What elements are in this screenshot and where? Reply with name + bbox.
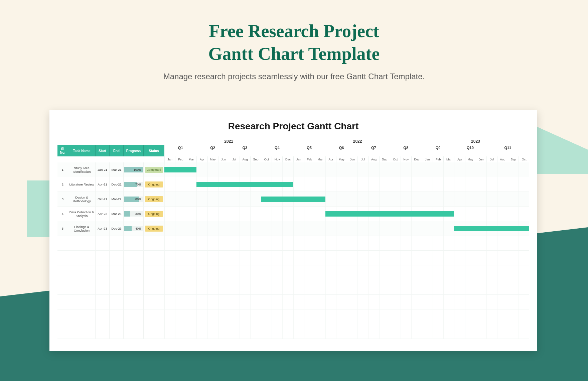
page-title: Free Research Project Gantt Chart Templa… <box>0 20 588 65</box>
month-label: Feb <box>304 156 315 162</box>
month-label: May <box>207 156 218 162</box>
month-label: Aug <box>368 156 379 162</box>
task-name: Literature Review <box>68 177 96 192</box>
task-end: Mar-21 <box>110 162 124 177</box>
column-header-end: End <box>110 145 124 156</box>
task-status: Ongoing <box>144 221 164 236</box>
month-label: Jun <box>476 156 486 162</box>
task-sl: 1 <box>57 162 68 177</box>
month-label: Jan <box>422 156 433 162</box>
quarter-label: Q9 <box>422 145 454 156</box>
timeline-months-row: JanFebMarAprMayJunJulAugSepOctNovDecJanF… <box>57 156 529 162</box>
month-label: May <box>336 156 347 162</box>
quarter-label: Q6 <box>325 145 357 156</box>
month-label: Dec <box>282 156 293 162</box>
task-start: Apr-22 <box>96 207 110 221</box>
task-end: Dec-21 <box>110 177 124 192</box>
month-label: Nov <box>401 156 411 162</box>
quarter-label: Q8 <box>390 145 422 156</box>
task-start: Oct-21 <box>96 192 110 206</box>
quarter-label: Q4 <box>261 145 293 156</box>
gantt-empty-row <box>57 236 529 251</box>
gantt-empty-row <box>57 324 529 339</box>
gantt-chart-card: Research Project Gantt Chart 2021 2022 2… <box>49 110 537 351</box>
month-label: Dec <box>411 156 422 162</box>
task-progress: 30% <box>124 207 144 221</box>
gantt-task-row: 1Study Area IdentificationJan-21Mar-2110… <box>57 162 529 177</box>
month-label: Mar <box>315 156 325 162</box>
gantt-task-row: 3Design & MethodologyOct-21Mar-2280%Ongo… <box>57 192 529 207</box>
month-label: Jan <box>164 156 175 162</box>
task-name: Data Collection & Analysis <box>68 207 96 221</box>
column-header-task: Task Name <box>68 145 96 156</box>
gantt-task-row: 5Findings & ConclusionApr-23Dec-2340%Ong… <box>57 221 529 236</box>
task-status: Ongoing <box>144 192 164 206</box>
quarter-label: Q10 <box>454 145 486 156</box>
year-label: 2021 <box>164 138 293 145</box>
task-end: Mar-23 <box>110 207 124 221</box>
task-sl: 2 <box>57 177 68 192</box>
timeline-years-row: 2021 2022 2023 <box>57 138 529 145</box>
task-status: Ongoing <box>144 177 164 192</box>
year-label: 2022 <box>293 138 422 145</box>
month-label: Oct <box>519 156 529 162</box>
month-label: May <box>465 156 476 162</box>
month-label: Nov <box>272 156 282 162</box>
chart-title: Research Project Gantt Chart <box>57 121 529 132</box>
gantt-task-row: 4Data Collection & AnalysisApr-22Mar-233… <box>57 207 529 221</box>
task-end: Mar-22 <box>110 192 124 206</box>
task-status: Completed <box>144 162 164 177</box>
month-label: Jun <box>218 156 229 162</box>
column-header-start: Start <box>96 145 110 156</box>
month-label: Aug <box>497 156 508 162</box>
month-label: Feb <box>175 156 186 162</box>
task-sl: 5 <box>57 221 68 236</box>
gantt-bar <box>325 211 454 217</box>
gantt-empty-row <box>57 280 529 295</box>
column-header-status: Status <box>144 145 164 156</box>
gantt-empty-row <box>57 265 529 280</box>
task-progress: 80% <box>124 192 144 206</box>
month-label: Oct <box>390 156 401 162</box>
quarter-label: Q1 <box>164 145 196 156</box>
year-label: 2023 <box>422 138 529 145</box>
task-progress: 40% <box>124 221 144 236</box>
month-label: Sep <box>508 156 519 162</box>
month-label: Sep <box>379 156 390 162</box>
month-label: Apr <box>454 156 465 162</box>
gantt-bar <box>196 182 293 187</box>
task-progress: 100% <box>124 162 144 177</box>
task-name: Findings & Conclusion <box>68 221 96 236</box>
gantt-chart: 2021 2022 2023 Sl No. Task Name Start En… <box>57 138 529 339</box>
page-title-line2: Gantt Chart Template <box>208 44 380 64</box>
gantt-empty-row <box>57 309 529 324</box>
gantt-empty-row <box>57 295 529 309</box>
month-label: Aug <box>240 156 250 162</box>
timeline-quarters-row: Sl No. Task Name Start End Progress Stat… <box>57 145 529 156</box>
month-label: Jul <box>357 156 368 162</box>
quarter-label: Q7 <box>357 145 390 156</box>
task-name: Study Area Identification <box>68 162 96 177</box>
gantt-bar <box>164 167 196 172</box>
task-start: Jan-21 <box>96 162 110 177</box>
month-label: Jun <box>347 156 357 162</box>
gantt-task-row: 2Literature ReviewApr-21Dec-2170%Ongoing <box>57 177 529 192</box>
gantt-bar <box>261 197 325 202</box>
task-progress: 70% <box>124 177 144 192</box>
month-label: Feb <box>433 156 443 162</box>
task-end: Dec-23 <box>110 221 124 236</box>
gantt-bar <box>454 226 529 231</box>
task-start: Apr-21 <box>96 177 110 192</box>
column-header-sl: Sl No. <box>57 145 68 156</box>
month-label: Jul <box>229 156 240 162</box>
month-label: Mar <box>186 156 196 162</box>
gantt-empty-row <box>57 251 529 265</box>
quarter-label: Q3 <box>229 145 261 156</box>
task-sl: 3 <box>57 192 68 206</box>
month-label: Mar <box>443 156 454 162</box>
month-label: Jan <box>293 156 304 162</box>
page-title-line1: Free Research Project <box>209 21 379 41</box>
task-status: Ongoing <box>144 207 164 221</box>
quarter-label: Q11 <box>486 145 529 156</box>
page-header: Free Research Project Gantt Chart Templa… <box>0 0 588 81</box>
